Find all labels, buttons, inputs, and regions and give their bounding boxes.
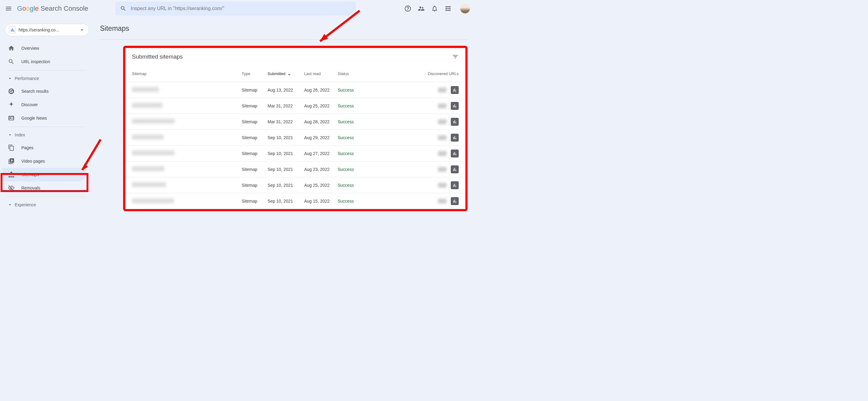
help-icon[interactable] (404, 5, 411, 12)
cell-status: Success (338, 183, 377, 188)
hamburger-menu-icon[interactable] (5, 5, 12, 12)
sidebar-item-discover[interactable]: Discover (2, 98, 86, 111)
row-stats-button[interactable] (451, 102, 459, 110)
cell-last-read: Aug 27, 2022 (304, 151, 338, 156)
sidebar-item-overview[interactable]: Overview (2, 41, 86, 55)
row-stats-button[interactable] (451, 149, 459, 157)
table-row[interactable]: SitemapAug 13, 2022Aug 26, 2022Success (125, 82, 465, 98)
discover-icon (8, 101, 14, 108)
sidebar-label: Search results (21, 89, 49, 94)
cell-discovered (377, 118, 459, 126)
header-bar: Google Search Console (0, 0, 475, 17)
pages-icon (8, 144, 14, 151)
col-status[interactable]: Status (338, 71, 377, 76)
search-icon (8, 58, 14, 65)
sitemaps-table: Sitemap Type Submitted Last read Status … (125, 66, 465, 209)
search-icon (120, 5, 126, 12)
sidebar-item-removals[interactable]: Removals (2, 181, 86, 195)
sidebar-item-sitemaps[interactable]: Sitemaps (2, 168, 86, 181)
table-row[interactable]: SitemapMar 31, 2022Aug 25, 2022Success (125, 98, 465, 114)
cell-last-read: Aug 25, 2022 (304, 183, 338, 188)
product-name: Search Console (40, 5, 88, 12)
cell-status: Success (338, 104, 377, 108)
notifications-icon[interactable] (431, 5, 438, 12)
section-label: Index (14, 133, 25, 137)
table-row[interactable]: SitemapSep 10, 2021Aug 23, 2022Success (125, 162, 465, 177)
row-stats-button[interactable] (451, 118, 459, 126)
news-icon (8, 115, 14, 121)
cell-sitemap (132, 182, 242, 188)
property-icon (9, 27, 16, 33)
cell-status: Success (338, 88, 377, 92)
sidebar-label: Google News (21, 116, 47, 120)
table-row[interactable]: SitemapSep 10, 2021Aug 15, 2022Success (125, 193, 465, 209)
sidebar-section-performance[interactable]: Performance (2, 72, 91, 85)
cell-last-read: Aug 23, 2022 (304, 167, 338, 172)
col-last-read[interactable]: Last read (304, 71, 338, 76)
sidebar-label: Video pages (21, 159, 45, 164)
sidebar-label: Pages (21, 145, 33, 150)
chevron-down-icon (7, 76, 13, 81)
row-stats-button[interactable] (451, 197, 459, 205)
section-label: Performance (14, 76, 39, 81)
card-title: Submitted sitemaps (132, 53, 183, 60)
col-type[interactable]: Type (242, 71, 268, 76)
cell-type: Sitemap (242, 135, 268, 140)
discovered-count-blurred (438, 183, 446, 188)
url-inspection-search[interactable] (115, 2, 356, 16)
cell-submitted: Sep 10, 2021 (268, 151, 304, 156)
google-logo: Google (17, 5, 39, 12)
cell-submitted: Mar 31, 2022 (268, 119, 304, 124)
avatar[interactable] (460, 4, 470, 13)
discovered-count-blurred (438, 199, 446, 204)
cell-type: Sitemap (242, 199, 268, 204)
row-stats-button[interactable] (451, 134, 459, 142)
users-settings-icon[interactable] (417, 5, 425, 12)
cell-submitted: Sep 10, 2021 (268, 199, 304, 204)
sidebar-item-google-news[interactable]: Google News (2, 111, 86, 125)
video-pages-icon (8, 158, 14, 165)
cell-last-read: Aug 29, 2022 (304, 135, 338, 140)
header-actions (404, 4, 470, 13)
filter-icon[interactable] (452, 53, 459, 60)
page-title: Sitemaps (99, 17, 467, 40)
section-label: Experience (14, 202, 36, 207)
sidebar-item-url-inspection[interactable]: URL inspection (2, 55, 86, 68)
row-stats-button[interactable] (451, 86, 459, 94)
cell-status: Success (338, 119, 377, 124)
search-input[interactable] (131, 6, 351, 11)
property-selector[interactable]: https://seranking.co... (5, 24, 89, 36)
sidebar-item-search-results[interactable]: Search results (2, 85, 86, 98)
sidebar-label: Overview (21, 46, 39, 51)
table-row[interactable]: SitemapSep 10, 2021Aug 25, 2022Success (125, 177, 465, 193)
cell-sitemap (132, 198, 242, 204)
main-content: Sitemaps Submitted sitemaps Sitemap Type… (91, 17, 475, 211)
sidebar-section-index[interactable]: Index (2, 129, 91, 141)
col-discovered[interactable]: Discovered URLs (377, 71, 459, 76)
table-row[interactable]: SitemapSep 10, 2021Aug 27, 2022Success (125, 146, 465, 162)
sidebar-item-pages[interactable]: Pages (2, 141, 86, 154)
row-stats-button[interactable] (451, 165, 459, 173)
sidebar-item-video-pages[interactable]: Video pages (2, 154, 86, 168)
apps-grid-icon[interactable] (444, 5, 452, 12)
cell-discovered (377, 181, 459, 189)
col-submitted[interactable]: Submitted (268, 71, 304, 76)
row-stats-button[interactable] (451, 181, 459, 189)
cell-submitted: Mar 31, 2022 (268, 104, 304, 108)
cell-discovered (377, 165, 459, 173)
cell-sitemap (132, 135, 242, 140)
sidebar-section-experience[interactable]: Experience (2, 199, 91, 211)
cell-submitted: Sep 10, 2021 (268, 135, 304, 140)
cell-status: Success (338, 135, 377, 140)
col-sitemap[interactable]: Sitemap (132, 71, 242, 76)
sidebar: https://seranking.co... Overview URL ins… (0, 17, 91, 211)
discovered-count-blurred (438, 104, 446, 108)
discovered-count-blurred (438, 88, 446, 92)
cell-type: Sitemap (242, 119, 268, 124)
submitted-sitemaps-card: Submitted sitemaps Sitemap Type Submitte… (123, 46, 467, 211)
table-row[interactable]: SitemapMar 31, 2022Aug 28, 2022Success (125, 114, 465, 130)
discovered-count-blurred (438, 167, 446, 172)
cell-type: Sitemap (242, 167, 268, 172)
logo[interactable]: Google Search Console (17, 5, 88, 12)
table-row[interactable]: SitemapSep 10, 2021Aug 29, 2022Success (125, 130, 465, 146)
